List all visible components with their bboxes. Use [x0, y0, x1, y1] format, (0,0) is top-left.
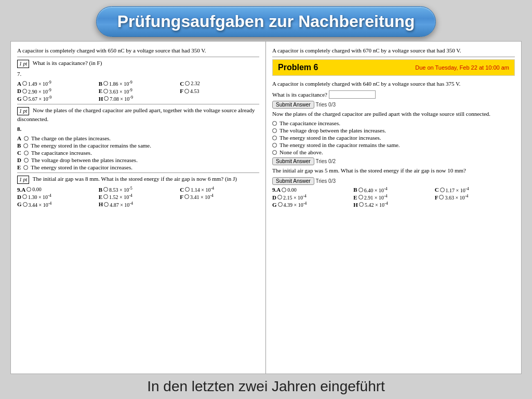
list-item: CThe capacitance increases. [17, 150, 259, 156]
radio-p6-5[interactable] [272, 150, 277, 155]
answer-item: 9.A0.00 [17, 186, 97, 193]
p6-q2-options: The capacitance increases. The voltage d… [272, 120, 515, 155]
p6-submit1-row: Submit Answer Tries 0/3 [272, 101, 515, 109]
radio-e9[interactable] [103, 194, 108, 199]
p6-submit2-row: Submit Answer Tries 0/2 [272, 157, 515, 165]
radio-f7[interactable] [184, 89, 189, 94]
p6-q3-intro: The initial air gap was 5 mm. What is th… [272, 167, 515, 175]
left-panel: A capacitor is completely charged with 6… [11, 42, 266, 374]
p6-capacitance-input[interactable] [329, 90, 376, 99]
problem6-due: Due on Tuesday, Feb 22 at 10:00 am [415, 64, 509, 71]
answer-item: E2.91 × 10-4 [353, 194, 433, 201]
radio-g9[interactable] [23, 202, 28, 207]
radio-c8[interactable] [24, 151, 29, 155]
radio-f9[interactable] [184, 194, 189, 199]
radio-d9[interactable] [22, 194, 27, 199]
list-item: None of the above. [272, 149, 515, 155]
radio-d8[interactable] [24, 158, 29, 163]
radio-p6-3[interactable] [272, 136, 277, 140]
radio-a7[interactable] [22, 81, 27, 86]
list-item: The energy stored in the capacitor remai… [272, 142, 515, 148]
p6-submit2-button[interactable]: Submit Answer [272, 157, 314, 165]
radio-p6q3-b[interactable] [358, 188, 363, 192]
answer-item: G4.39 × 10-4 [272, 201, 352, 208]
problem6-header: Problem 6 Due on Tuesday, Feb 22 at 10:0… [272, 59, 515, 76]
q7-num: 7. [17, 70, 259, 78]
answer-item: 9.A0.00 [272, 187, 352, 193]
answer-item: E1.52 × 10-4 [99, 193, 178, 200]
radio-p6-1[interactable] [272, 121, 277, 126]
answer-item: G5.67 × 10-9 [17, 95, 97, 102]
radio-b7[interactable] [103, 81, 108, 86]
header: Prüfungsaufgaben zur Nachbereitung [0, 0, 532, 41]
radio-h7[interactable] [104, 96, 109, 101]
problem6-title: Problem 6 [278, 63, 318, 72]
answer-item: C1.14 × 10-4 [180, 186, 259, 193]
radio-a8[interactable] [24, 136, 29, 141]
q7-badge: 1 pt [17, 60, 29, 68]
q7-answer-grid: A1.49 × 10-9 B1.86 × 10-9 C2.32 D2.90 × … [17, 80, 259, 102]
p6-tries3: Tries 0/3 [315, 178, 336, 184]
p6-q2-intro: Now the plates of the charged capacitor … [272, 110, 515, 118]
answer-item: C2.32 [180, 80, 259, 87]
p6-q3-answers: 9.A0.00 B6.40 × 10-4 C1.17 × 10-4 D2.15 … [272, 187, 515, 208]
radio-p6q3-f[interactable] [439, 195, 444, 200]
answer-item: E3.63 × 10-9 [99, 88, 178, 95]
radio-e8[interactable] [23, 165, 28, 170]
q7-section: 1 pt What is its capacitance? (in F) 7. … [17, 59, 259, 102]
answer-item: D2.15 × 10-4 [272, 194, 352, 201]
radio-p6q3-h[interactable] [359, 202, 364, 207]
p6-submit3-button[interactable]: Submit Answer [272, 177, 314, 185]
q9-badge: 1 pt [17, 176, 29, 184]
radio-d7[interactable] [22, 89, 27, 94]
answer-item: H5.42 × 10-4 [353, 201, 433, 208]
list-item: DThe voltage drop between the plates inc… [17, 157, 259, 163]
radio-b8[interactable] [23, 143, 28, 148]
p6-submit1-button[interactable]: Submit Answer [272, 101, 314, 109]
q7-header: 1 pt What is its capacitance? (in F) [17, 59, 259, 68]
radio-p6q3-g[interactable] [278, 202, 283, 207]
answer-item: F3.63 × 10-4 [435, 194, 515, 201]
list-item: The energy stored in the capacitor incre… [272, 135, 515, 141]
radio-p6-2[interactable] [272, 128, 277, 133]
q9-answer-grid: 9.A0.00 B8.53 × 10-5 C1.14 × 10-4 D1.30 … [17, 186, 259, 208]
q8-section: 1 pt Now the plates of the charged capac… [17, 107, 259, 170]
radio-p6q3-a[interactable] [282, 188, 286, 192]
radio-h9[interactable] [104, 202, 109, 207]
radio-e7[interactable] [103, 89, 108, 94]
footer: In den letzten zwei Jahren eingeführt [0, 374, 532, 399]
radio-b9[interactable] [103, 187, 108, 192]
radio-p6-4[interactable] [272, 143, 277, 148]
answer-item: F3.41 × 10-4 [180, 193, 259, 200]
answer-item: D1.30 × 10-4 [17, 193, 97, 200]
q8-badge: 1 pt [17, 107, 29, 115]
q8-options: AThe charge on the plates increases. BTh… [17, 135, 259, 170]
radio-p6q3-e[interactable] [358, 195, 363, 200]
answer-item: D2.90 × 10-9 [17, 88, 97, 95]
right-intro1: A capacitor is completely charged with 6… [272, 47, 515, 55]
radio-g7[interactable] [23, 96, 28, 101]
q8-num: 8. [17, 125, 259, 133]
radio-c9[interactable] [185, 187, 190, 192]
left-intro1: A capacitor is completely charged with 6… [17, 47, 259, 55]
q9-section: 1 pt The initial air gap was 8 mm. What … [17, 175, 259, 207]
p6-q1: What is its capacitance? [272, 90, 515, 99]
radio-c7[interactable] [185, 81, 190, 86]
q9-intro: The initial air gap was 8 mm. What is th… [33, 176, 237, 182]
q9-header: 1 pt The initial air gap was 8 mm. What … [17, 175, 259, 183]
answer-item: H4.87 × 10-4 [99, 201, 178, 208]
radio-p6q3-d[interactable] [277, 195, 282, 200]
radio-p6q3-c[interactable] [440, 188, 445, 192]
answer-item: B1.86 × 10-9 [99, 80, 178, 87]
list-item: The capacitance increases. [272, 120, 515, 126]
footer-text: In den letzten zwei Jahren eingeführt [147, 378, 385, 395]
answer-item: B6.40 × 10-4 [353, 187, 433, 193]
list-item: BThe energy stored in the capacitor rema… [17, 142, 259, 149]
main-content: A capacitor is completely charged with 6… [10, 41, 522, 374]
p6-tries2: Tries 0/2 [315, 158, 336, 164]
answer-item: F4.53 [180, 88, 259, 95]
answer-item: H7.08 × 10-9 [99, 95, 178, 102]
radio-a9[interactable] [26, 187, 31, 192]
page-title: Prüfungsaufgaben zur Nachbereitung [117, 12, 415, 31]
answer-item: A1.49 × 10-9 [17, 80, 97, 87]
